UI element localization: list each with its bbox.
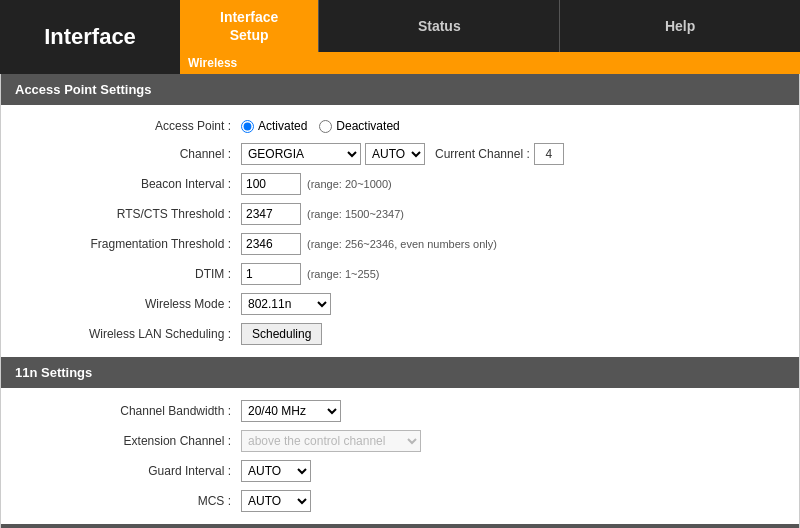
channel-bandwidth-select[interactable]: 20/40 MHz 20 MHz 40 MHz bbox=[241, 400, 341, 422]
control-dtim: (range: 1~255) bbox=[241, 263, 379, 285]
interface-logo: Interface bbox=[0, 0, 180, 74]
current-channel-value: 4 bbox=[534, 143, 564, 165]
form-row-mcs: MCS : AUTO 0 1 2 bbox=[1, 486, 799, 516]
wireless-mode-select[interactable]: 802.11n 802.11b 802.11g 802.11b/g 802.11… bbox=[241, 293, 331, 315]
label-access-point: Access Point : bbox=[21, 119, 241, 133]
frag-threshold-hint: (range: 256~2346, even numbers only) bbox=[307, 238, 497, 250]
channel-auto-select[interactable]: AUTO bbox=[365, 143, 425, 165]
mcs-select[interactable]: AUTO 0 1 2 bbox=[241, 490, 311, 512]
main-content: Access Point Settings Access Point : Act… bbox=[0, 74, 800, 528]
control-access-point: Activated Deactivated bbox=[241, 119, 400, 133]
guard-interval-select[interactable]: AUTO Long Short bbox=[241, 460, 311, 482]
label-wireless-mode: Wireless Mode : bbox=[21, 297, 241, 311]
label-wlan-scheduling: Wireless LAN Scheduling : bbox=[21, 327, 241, 341]
form-row-beacon-interval: Beacon Interval : (range: 20~1000) bbox=[1, 169, 799, 199]
radio-deactivated-label[interactable]: Deactivated bbox=[319, 119, 399, 133]
radio-deactivated[interactable] bbox=[319, 120, 332, 133]
label-frag-threshold: Fragmentation Threshold : bbox=[21, 237, 241, 251]
form-row-wlan-scheduling: Wireless LAN Scheduling : Scheduling bbox=[1, 319, 799, 349]
control-channel: GEORGIA AUTO Current Channel : 4 bbox=[241, 143, 564, 165]
control-mcs: AUTO 0 1 2 bbox=[241, 490, 311, 512]
subtab-wireless[interactable]: Wireless bbox=[180, 52, 800, 74]
section-body-11n: Channel Bandwidth : 20/40 MHz 20 MHz 40 … bbox=[1, 388, 799, 524]
section-ssid-settings: SSID Settings Multi SSID Support : Yes N… bbox=[1, 524, 799, 528]
label-mcs: MCS : bbox=[21, 494, 241, 508]
section-header-11n: 11n Settings bbox=[1, 357, 799, 388]
rts-cts-input[interactable] bbox=[241, 203, 301, 225]
rts-cts-hint: (range: 1500~2347) bbox=[307, 208, 404, 220]
form-row-dtim: DTIM : (range: 1~255) bbox=[1, 259, 799, 289]
header-nav: Interface Setup Status Help Wireless bbox=[180, 0, 800, 74]
section-body-access-point: Access Point : Activated Deactivated C bbox=[1, 105, 799, 357]
tab-help[interactable]: Help bbox=[559, 0, 800, 52]
tab-status[interactable]: Status bbox=[318, 0, 559, 52]
header: Interface Interface Setup Status Help Wi… bbox=[0, 0, 800, 74]
form-row-extension-channel: Extension Channel : above the control ch… bbox=[1, 426, 799, 456]
radio-activated[interactable] bbox=[241, 120, 254, 133]
control-extension-channel: above the control channel below the cont… bbox=[241, 430, 421, 452]
form-row-frag-threshold: Fragmentation Threshold : (range: 256~23… bbox=[1, 229, 799, 259]
control-frag-threshold: (range: 256~2346, even numbers only) bbox=[241, 233, 497, 255]
radio-activated-label[interactable]: Activated bbox=[241, 119, 307, 133]
section-header-ssid: SSID Settings bbox=[1, 524, 799, 528]
channel-select[interactable]: GEORGIA bbox=[241, 143, 361, 165]
tab-interface-setup[interactable]: Interface Setup bbox=[180, 0, 318, 52]
beacon-interval-input[interactable] bbox=[241, 173, 301, 195]
label-rts-cts: RTS/CTS Threshold : bbox=[21, 207, 241, 221]
dtim-hint: (range: 1~255) bbox=[307, 268, 379, 280]
section-header-access-point: Access Point Settings bbox=[1, 74, 799, 105]
control-channel-bandwidth: 20/40 MHz 20 MHz 40 MHz bbox=[241, 400, 341, 422]
label-channel-bandwidth: Channel Bandwidth : bbox=[21, 404, 241, 418]
label-channel: Channel : bbox=[21, 147, 241, 161]
control-guard-interval: AUTO Long Short bbox=[241, 460, 311, 482]
form-row-channel-bandwidth: Channel Bandwidth : 20/40 MHz 20 MHz 40 … bbox=[1, 396, 799, 426]
dtim-input[interactable] bbox=[241, 263, 301, 285]
form-row-rts-cts: RTS/CTS Threshold : (range: 1500~2347) bbox=[1, 199, 799, 229]
control-rts-cts: (range: 1500~2347) bbox=[241, 203, 404, 225]
label-dtim: DTIM : bbox=[21, 267, 241, 281]
form-row-channel: Channel : GEORGIA AUTO Current Channel :… bbox=[1, 139, 799, 169]
frag-threshold-input[interactable] bbox=[241, 233, 301, 255]
section-11n-settings: 11n Settings Channel Bandwidth : 20/40 M… bbox=[1, 357, 799, 524]
control-wireless-mode: 802.11n 802.11b 802.11g 802.11b/g 802.11… bbox=[241, 293, 331, 315]
header-tabs: Interface Setup Status Help bbox=[180, 0, 800, 52]
beacon-interval-hint: (range: 20~1000) bbox=[307, 178, 392, 190]
form-row-access-point: Access Point : Activated Deactivated bbox=[1, 113, 799, 139]
label-guard-interval: Guard Interval : bbox=[21, 464, 241, 478]
extension-channel-select[interactable]: above the control channel below the cont… bbox=[241, 430, 421, 452]
control-wlan-scheduling: Scheduling bbox=[241, 323, 322, 345]
scheduling-button[interactable]: Scheduling bbox=[241, 323, 322, 345]
form-row-wireless-mode: Wireless Mode : 802.11n 802.11b 802.11g … bbox=[1, 289, 799, 319]
control-beacon-interval: (range: 20~1000) bbox=[241, 173, 392, 195]
label-extension-channel: Extension Channel : bbox=[21, 434, 241, 448]
current-channel-label: Current Channel : bbox=[435, 147, 530, 161]
section-access-point: Access Point Settings Access Point : Act… bbox=[1, 74, 799, 357]
label-beacon-interval: Beacon Interval : bbox=[21, 177, 241, 191]
form-row-guard-interval: Guard Interval : AUTO Long Short bbox=[1, 456, 799, 486]
